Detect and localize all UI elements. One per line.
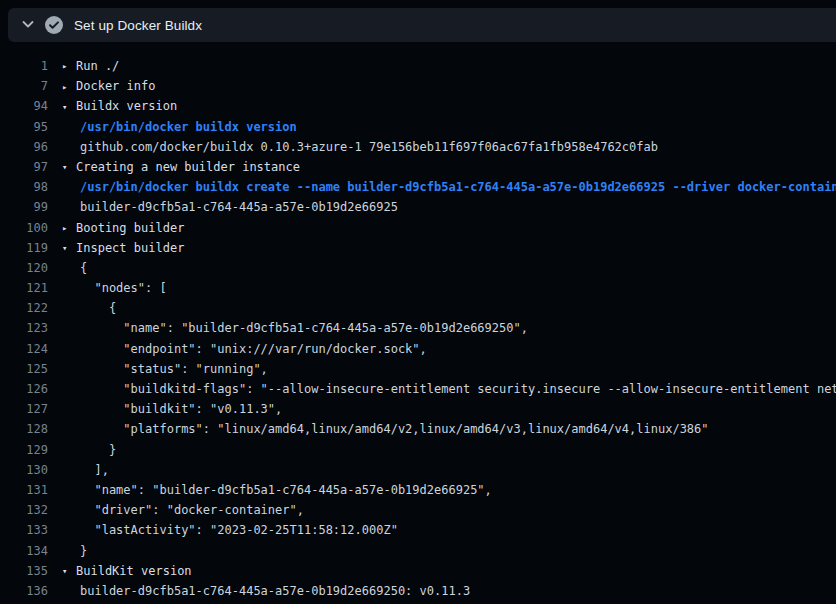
line-number[interactable]: 129 — [0, 440, 48, 460]
line-number[interactable]: 132 — [0, 500, 48, 520]
log-line: 119▾Inspect builder — [0, 238, 836, 258]
log-line: 129 } — [0, 440, 836, 460]
log-group-label: Creating a new builder instance — [76, 160, 300, 174]
log-group-header[interactable]: ▸Run ./ — [62, 56, 836, 76]
log-group-label: Run ./ — [76, 59, 119, 73]
log-command-text: /usr/bin/docker buildx create --name bui… — [62, 177, 836, 197]
line-number[interactable]: 126 — [0, 379, 48, 399]
line-number[interactable]: 136 — [0, 581, 48, 601]
line-number[interactable]: 98 — [0, 177, 48, 197]
log-output-text: { — [62, 298, 836, 318]
log-line: 131 "name": "builder-d9cfb5a1-c764-445a-… — [0, 480, 836, 500]
log-output-text: "platforms": "linux/amd64,linux/amd64/v2… — [62, 419, 836, 439]
line-number[interactable]: 7 — [0, 76, 48, 96]
step-title: Set up Docker Buildx — [74, 18, 202, 33]
line-number[interactable]: 130 — [0, 460, 48, 480]
log-line: 100▸Booting builder — [0, 218, 836, 238]
log-line: 135▾BuildKit version — [0, 561, 836, 581]
collapse-step-button[interactable] — [16, 13, 40, 37]
log-output-text: "buildkit": "v0.11.3", — [62, 399, 836, 419]
log-line: 121 "nodes": [ — [0, 278, 836, 298]
log-group-label: Buildx version — [76, 99, 177, 113]
log-line: 95/usr/bin/docker buildx version — [0, 117, 836, 137]
log-command-text: /usr/bin/docker buildx version — [62, 117, 836, 137]
chevron-right-icon: ▸ — [62, 218, 76, 238]
line-number[interactable]: 94 — [0, 96, 48, 116]
line-number[interactable]: 96 — [0, 137, 48, 157]
log-output-text: builder-d9cfb5a1-c764-445a-a57e-0b19d2e6… — [62, 197, 836, 217]
line-number[interactable]: 128 — [0, 419, 48, 439]
line-number[interactable]: 134 — [0, 541, 48, 561]
log-line: 99builder-d9cfb5a1-c764-445a-a57e-0b19d2… — [0, 197, 836, 217]
log-line: 7▸Docker info — [0, 76, 836, 96]
chevron-right-icon: ▸ — [62, 56, 76, 76]
line-number[interactable]: 135 — [0, 561, 48, 581]
log-line: 125 "status": "running", — [0, 359, 836, 379]
log-output-text: "status": "running", — [62, 359, 836, 379]
log-output-text: github.com/docker/buildx 0.10.3+azure-1 … — [62, 137, 836, 157]
log-output-text: } — [62, 541, 836, 561]
log-group-header[interactable]: ▾Creating a new builder instance — [62, 157, 836, 177]
line-number[interactable]: 100 — [0, 218, 48, 238]
log-line: 127 "buildkit": "v0.11.3", — [0, 399, 836, 419]
line-number[interactable]: 122 — [0, 298, 48, 318]
log-output-text: "lastActivity": "2023-02-25T11:58:12.000… — [62, 520, 836, 540]
line-number[interactable]: 119 — [0, 238, 48, 258]
line-number[interactable]: 121 — [0, 278, 48, 298]
chevron-down-icon — [20, 16, 36, 35]
line-number[interactable]: 120 — [0, 258, 48, 278]
chevron-right-icon: ▸ — [62, 77, 76, 97]
log-lines: 1▸Run ./7▸Docker info94▾Buildx version95… — [0, 56, 836, 601]
log-line: 94▾Buildx version — [0, 96, 836, 116]
log-output-text: "driver": "docker-container", — [62, 500, 836, 520]
chevron-down-icon: ▾ — [62, 561, 76, 581]
log-line: 132 "driver": "docker-container", — [0, 500, 836, 520]
log-output-text: "buildkitd-flags": "--allow-insecure-ent… — [62, 379, 836, 399]
log-line: 122 { — [0, 298, 836, 318]
line-number[interactable]: 127 — [0, 399, 48, 419]
line-number[interactable]: 95 — [0, 117, 48, 137]
log-group-label: Inspect builder — [76, 241, 184, 255]
log-group-header[interactable]: ▾Buildx version — [62, 96, 836, 116]
line-number[interactable]: 124 — [0, 339, 48, 359]
log-output-text: "endpoint": "unix:///var/run/docker.sock… — [62, 339, 836, 359]
log-line: 130 ], — [0, 460, 836, 480]
line-number[interactable]: 1 — [0, 56, 48, 76]
log-output-text: "name": "builder-d9cfb5a1-c764-445a-a57e… — [62, 318, 836, 338]
chevron-down-icon: ▾ — [62, 157, 76, 177]
log-group-header[interactable]: ▸Docker info — [62, 76, 836, 96]
log-line: 124 "endpoint": "unix:///var/run/docker.… — [0, 339, 836, 359]
line-number[interactable]: 131 — [0, 480, 48, 500]
log-group-header[interactable]: ▾BuildKit version — [62, 561, 836, 581]
log-group-header[interactable]: ▸Booting builder — [62, 218, 836, 238]
log-output-text: { — [62, 258, 836, 278]
log-output-text: ], — [62, 460, 836, 480]
chevron-down-icon: ▾ — [62, 97, 76, 117]
log-group-label: BuildKit version — [76, 564, 192, 578]
log-line: 97▾Creating a new builder instance — [0, 157, 836, 177]
log-output-text: } — [62, 440, 836, 460]
log-group-header[interactable]: ▾Inspect builder — [62, 238, 836, 258]
log-line: 134} — [0, 541, 836, 561]
step-header[interactable]: Set up Docker Buildx — [8, 8, 836, 42]
log-line: 126 "buildkitd-flags": "--allow-insecure… — [0, 379, 836, 399]
line-number[interactable]: 99 — [0, 197, 48, 217]
line-number[interactable]: 123 — [0, 318, 48, 338]
line-number[interactable]: 125 — [0, 359, 48, 379]
log-line: 1▸Run ./ — [0, 56, 836, 76]
log-output-text: builder-d9cfb5a1-c764-445a-a57e-0b19d2e6… — [62, 581, 836, 601]
log-line: 96github.com/docker/buildx 0.10.3+azure-… — [0, 137, 836, 157]
log-line: 123 "name": "builder-d9cfb5a1-c764-445a-… — [0, 318, 836, 338]
log-line: 98/usr/bin/docker buildx create --name b… — [0, 177, 836, 197]
log-output-text: "name": "builder-d9cfb5a1-c764-445a-a57e… — [62, 480, 836, 500]
log-group-label: Docker info — [76, 79, 155, 93]
log-line: 133 "lastActivity": "2023-02-25T11:58:12… — [0, 520, 836, 540]
log-line: 136builder-d9cfb5a1-c764-445a-a57e-0b19d… — [0, 581, 836, 601]
chevron-down-icon: ▾ — [62, 238, 76, 258]
log-output-text: "nodes": [ — [62, 278, 836, 298]
log-group-label: Booting builder — [76, 221, 184, 235]
line-number[interactable]: 133 — [0, 520, 48, 540]
log-line: 128 "platforms": "linux/amd64,linux/amd6… — [0, 419, 836, 439]
line-number[interactable]: 97 — [0, 157, 48, 177]
success-check-icon — [44, 15, 64, 35]
